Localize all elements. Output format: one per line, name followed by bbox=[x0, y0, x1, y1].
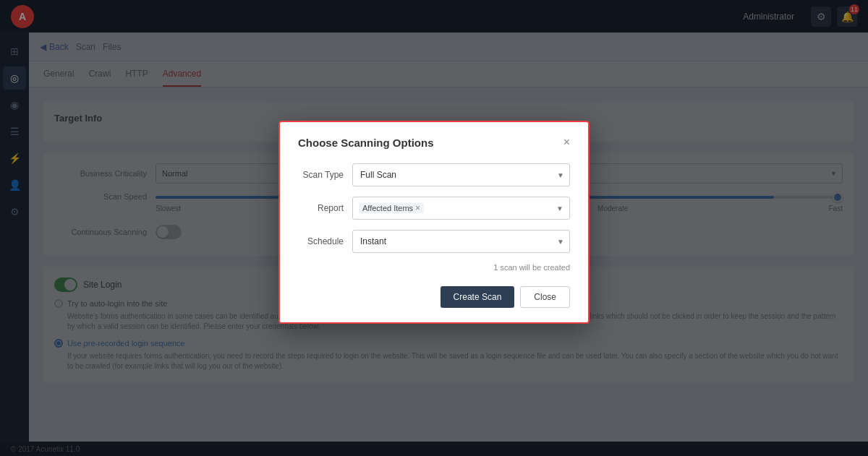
report-tag: Affected Items × bbox=[359, 203, 424, 213]
report-tag-value: Affected Items bbox=[362, 204, 413, 212]
close-button[interactable]: Close bbox=[520, 286, 570, 308]
scan-type-select[interactable]: Full Scan High Risk Vulnerabilities XSS … bbox=[352, 163, 570, 186]
report-row: Report Affected Items × ▼ bbox=[298, 197, 570, 220]
scan-type-row: Scan Type Full Scan High Risk Vulnerabil… bbox=[298, 163, 570, 186]
schedule-label: Schedule bbox=[298, 236, 352, 246]
schedule-control: Instant Once Daily Weekly Monthly ▼ bbox=[352, 230, 570, 253]
report-tag-remove[interactable]: × bbox=[415, 204, 420, 212]
scan-type-control: Full Scan High Risk Vulnerabilities XSS … bbox=[352, 163, 570, 186]
report-dropdown-chevron: ▼ bbox=[556, 204, 563, 212]
modal-footer: Create Scan Close bbox=[298, 283, 570, 308]
report-control: Affected Items × ▼ bbox=[352, 197, 570, 220]
scan-type-label: Scan Type bbox=[298, 170, 352, 180]
create-scan-button[interactable]: Create Scan bbox=[441, 286, 515, 308]
modal-close-button[interactable]: × bbox=[563, 137, 570, 148]
report-tag-input[interactable]: Affected Items × ▼ bbox=[352, 197, 570, 220]
scan-count-info: 1 scan will be created bbox=[298, 263, 570, 272]
schedule-select[interactable]: Instant Once Daily Weekly Monthly bbox=[352, 230, 570, 253]
modal-title: Choose Scanning Options bbox=[298, 137, 434, 149]
modal-dialog: Choose Scanning Options × Scan Type Full… bbox=[278, 121, 590, 324]
report-label: Report bbox=[298, 203, 352, 213]
modal-header: Choose Scanning Options × bbox=[298, 137, 570, 149]
schedule-row: Schedule Instant Once Daily Weekly Month… bbox=[298, 230, 570, 253]
